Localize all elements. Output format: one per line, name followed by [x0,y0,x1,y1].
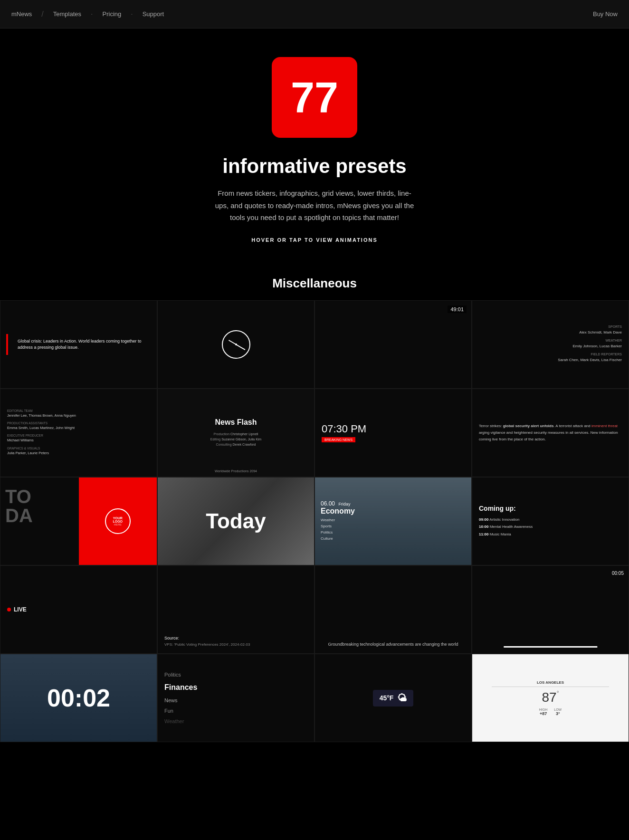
preset-cell-la-weather[interactable]: LOS ANGELES 87 ° HIGH +87 LOW 3° [472,654,629,742]
preset-cell-source[interactable]: Source: VPS: 'Public Voting Preferences … [157,565,314,654]
hero-badge: 77 [272,57,357,138]
list-item-news: News [164,695,178,706]
preset-cell-countdown-timer[interactable]: 00:05 [472,565,629,654]
progress-bar [504,646,597,648]
logo-bottom: HERE [114,523,122,526]
security-text: Terror strikes: global security alert un… [479,423,622,442]
credits-weather: WEATHER Emily Johnson, Lucas Barker [572,339,622,350]
hero-title: informative presets [222,155,406,178]
preset-cell-timer[interactable]: 49:01 [314,300,472,389]
weather-temperature: 45°F 🌤 [373,690,414,706]
breaking-news-text: Global crisis: Leaders in Action. World … [18,338,150,350]
coming-up-title: Coming up: [479,505,516,512]
list-item-weather: Weather [164,716,184,726]
exec-block: EXECUTIVE PRODUCER Michael Williams [7,434,43,444]
list-item-politics: Politics [164,669,181,680]
preset-cell-clock[interactable] [157,300,314,389]
top-nav: mNews / Templates · Pricing · Support Bu… [0,0,629,29]
presets-grid: Global crisis: Leaders in Action. World … [0,300,629,743]
red-overlay: YOUR LOGO HERE [79,477,157,565]
preset-cell-news-flash[interactable]: News Flash Production Christopher Lipnel… [157,389,314,477]
nav-logo[interactable]: mNews [11,10,32,18]
time-value: 07:30 PM [322,423,366,435]
list-item-finances: Finances [164,680,197,695]
news-flash-title: News Flash [215,418,257,427]
clock-center-dot [235,344,237,345]
accent-bar [6,334,8,355]
live-indicator: LIVE [7,606,27,613]
preset-cell-tech[interactable]: Groundbreaking technological advancement… [314,565,472,654]
source-value: VPS: 'Public Voting Preferences 2024', 2… [164,642,250,647]
preset-cell-today[interactable]: Today [157,477,314,565]
clock-face [222,330,250,359]
coming-up-item-2: 10:00 Mental Health Awareness [479,523,533,530]
logo-circle: YOUR LOGO HERE [105,508,131,534]
city-content: 06.00 Friday Economy Weather Sports Poli… [315,477,471,565]
preset-cell-time-display[interactable]: 07:30 PM BREAKING NEWS [314,389,472,477]
countdown-value: 00:05 [612,571,624,576]
la-low: 3° [554,711,562,716]
nav-item-pricing[interactable]: Pricing [103,10,122,18]
preset-cell-coming-up[interactable]: Coming up: 09:00 Artistic Innovation 10:… [472,477,629,565]
editorial-block: EDITORIAL TEAM Jennifer Lee, Thomas Brow… [7,409,76,419]
schedule-category: Economy [321,507,466,515]
coming-up-item-1: 09:00 Artistic Innovation [479,516,519,523]
background-text: TODA [5,487,33,525]
assistants-block: PRODUCTION ASSISTANTS Emma Smith, Lucas … [7,421,75,431]
la-weather-row: HIGH +87 LOW 3° [539,708,562,716]
preset-cell-1[interactable]: Global crisis: Leaders in Action. World … [0,300,157,389]
la-temp: 87 [542,690,557,705]
preset-cell-live[interactable]: LIVE [0,565,157,654]
preset-cell-city-schedule[interactable]: 06.00 Friday Economy Weather Sports Poli… [314,477,472,565]
hero-cta: HOVER OR TAP TO VIEW ANIMATIONS [251,237,378,243]
temp-value: 45°F [380,694,394,702]
news-flash-production: Production Christopher Lipnell Editing S… [210,431,261,448]
clock-minute-hand [236,344,245,350]
live-label: LIVE [14,606,27,613]
preset-cell-category-list[interactable]: Politics Finances News Fun Weather [157,654,314,742]
preset-cell-credits[interactable]: SPORTS Alex Schmidt, Mark Dave WEATHER E… [472,300,629,389]
big-countdown-text: 00:02 [47,684,110,712]
section-miscellaneous: Miscellaneous [0,262,629,300]
preset-cell-weather[interactable]: 45°F 🌤 [314,654,472,742]
graphics-block: GRAPHICS & VISUALS Julia Parker, Laurie … [7,447,49,457]
credits-sports: SPORTS Alex Schmidt, Mark Dave [579,325,622,336]
credits-reporters: FIELD REPORTERS Sarah Chen, Mark Davis, … [558,353,622,363]
nav-separator: / [41,10,43,19]
weather-icon: 🌤 [397,693,407,704]
today-text: Today [206,509,266,533]
source-label: Source: [164,636,179,640]
schedule-items: Weather Sports Politics Culture [321,517,466,542]
nav-buy-button[interactable]: Buy Now [593,10,618,18]
live-dot [7,608,11,611]
nav-item-templates[interactable]: Templates [53,10,81,18]
la-city-name: LOS ANGELES [492,680,609,687]
preset-cell-editorial[interactable]: EDITORIAL TEAM Jennifer Lee, Thomas Brow… [0,389,157,477]
coming-up-item-3: 11:00 Music Mania [479,531,511,538]
logo-top: YOUR [113,516,123,520]
preset-cell-security[interactable]: Terror strikes: global security alert un… [472,389,629,477]
breaking-news-badge: BREAKING NEWS [322,437,355,442]
la-unit: ° [557,690,559,697]
tech-text: Groundbreaking technological advancement… [328,642,458,647]
timer-display: 49:01 [448,305,467,313]
preset-cell-logo[interactable]: TODA YOUR LOGO HERE [0,477,157,565]
hero-badge-number: 77 [291,76,338,119]
nav-item-support[interactable]: Support [143,10,164,18]
list-item-fun: Fun [164,706,173,716]
news-flash-footer: Worldwide Productions 2094 [215,469,257,473]
preset-cell-big-countdown[interactable]: 00:02 [0,654,157,742]
la-high: +87 [539,711,548,716]
logo-main: LOGO [113,520,123,523]
schedule-time: 06.00 Friday [321,500,466,507]
hero-description: From news tickers, infographics, grid vi… [215,187,414,224]
hero-section: 77 informative presets From news tickers… [0,29,629,262]
